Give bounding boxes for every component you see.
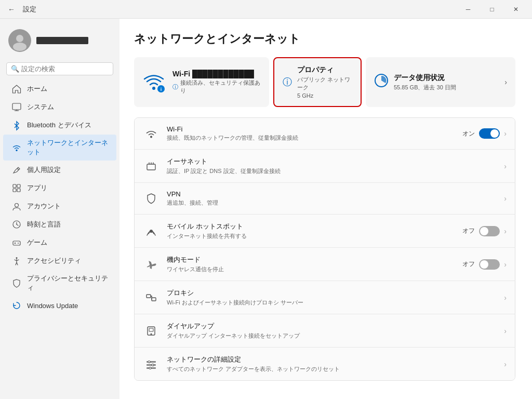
svg-point-42	[149, 367, 151, 369]
user-name	[36, 37, 88, 44]
setting-row-dialup[interactable]: ダイヤルアップダイヤルアップ インターネット接続をセットアップ›	[135, 314, 515, 348]
user-section	[0, 23, 119, 60]
restore-button[interactable]: □	[480, 0, 504, 19]
sidebar-item-label-gaming: ゲーム	[27, 238, 47, 247]
hotspot-right: オフ›	[462, 226, 507, 236]
setting-row-ethernet[interactable]: イーサネット認証、IP 設定と DNS 設定、従量制課金接続›	[135, 150, 515, 183]
wifi-status: ⓘ 接続済み、セキュリティ保護あり	[172, 79, 261, 95]
sidebar-item-gaming[interactable]: ゲーム	[3, 234, 116, 251]
vpn-text: VPN過追加、接続、管理	[167, 190, 497, 207]
sidebar-item-label-home: ホーム	[27, 84, 47, 94]
sidebar-item-personalization[interactable]: 個人用設定	[3, 161, 116, 179]
settings-list: Wi-Fi接続、既知のネットワークの管理、従量制課金接続オン›イーサネット認証、…	[134, 117, 515, 381]
svg-point-35	[151, 333, 152, 335]
property-card-title: プロパティ	[297, 65, 352, 75]
search-box[interactable]: 🔍	[6, 62, 113, 75]
hotspot-toggle-label: オフ	[462, 227, 475, 235]
minimize-button[interactable]: ─	[456, 0, 480, 19]
svg-point-5	[16, 150, 18, 151]
sidebar-item-home[interactable]: ホーム	[3, 80, 116, 98]
wifi-right: オン›	[462, 128, 507, 139]
advanced-chevron: ›	[504, 360, 507, 368]
airplane-chevron: ›	[504, 260, 507, 269]
proxy-icon	[143, 289, 159, 306]
data-usage-card[interactable]: データ使用状況 55.85 GB、過去 30 日間 ›	[366, 57, 515, 107]
gaming-nav-icon	[11, 237, 22, 248]
bluetooth-nav-icon	[11, 120, 22, 130]
sidebar-item-network[interactable]: ネットワークとインターネット	[3, 135, 116, 161]
property-card[interactable]: ⓘ プロパティ パブリック ネットワーク 5 GHz	[273, 57, 362, 107]
svg-point-41	[152, 364, 154, 366]
data-usage-icon	[374, 73, 389, 91]
setting-row-hotspot[interactable]: モバイル ホットスポットインターネット接続を共有するオフ›	[135, 215, 515, 248]
window-title: 設定	[23, 5, 36, 14]
dialup-title: ダイヤルアップ	[167, 322, 497, 331]
wifi-toggle-label: オン	[462, 129, 475, 138]
sidebar-item-label-accessibility: アクセシビリティ	[27, 256, 81, 265]
settings-window: ← 設定 ─ □ ✕ �	[0, 0, 532, 399]
setting-row-proxy[interactable]: プロキシWi-Fi およびイーサネット接続向けプロキシ サーバー›	[135, 281, 515, 314]
window-controls: ─ □ ✕	[456, 0, 528, 19]
nav-items-container: ホームシステムBluetooth とデバイスネットワークとインターネット個人用設…	[0, 79, 119, 315]
data-usage-chevron: ›	[504, 78, 507, 86]
dialup-text: ダイヤルアップダイヤルアップ インターネット接続をセットアップ	[167, 322, 497, 340]
sidebar-item-accessibility[interactable]: アクセシビリティ	[3, 252, 116, 270]
svg-point-0	[16, 35, 23, 42]
svg-rect-25	[147, 164, 155, 170]
sidebar-item-privacy[interactable]: プライバシーとセキュリティ	[3, 270, 116, 296]
setting-row-vpn[interactable]: VPN過追加、接続、管理›	[135, 183, 515, 215]
hotspot-title: モバイル ホットスポット	[167, 222, 455, 231]
dialup-desc: ダイヤルアップ インターネット接続をセットアップ	[167, 332, 497, 340]
wifi-icon: i	[142, 72, 165, 92]
wifi-toggle[interactable]	[479, 128, 500, 139]
back-button[interactable]: ←	[4, 2, 19, 17]
vpn-icon	[143, 190, 159, 207]
airplane-title: 機内モード	[167, 255, 455, 264]
svg-line-6	[17, 168, 19, 170]
wifi-icon	[143, 125, 159, 142]
sidebar-item-label-network: ネットワークとインターネット	[27, 138, 108, 157]
sidebar-item-apps[interactable]: アプリ	[3, 179, 116, 197]
sidebar-item-label-system: システム	[27, 102, 54, 112]
hotspot-icon	[143, 223, 159, 240]
airplane-toggle[interactable]	[479, 259, 500, 270]
advanced-icon	[143, 356, 159, 373]
svg-point-20	[152, 87, 155, 90]
network-nav-icon	[11, 142, 22, 153]
svg-rect-8	[17, 184, 20, 188]
wifi-title: Wi-Fi	[167, 125, 455, 133]
setting-row-wifi[interactable]: Wi-Fi接続、既知のネットワークの管理、従量制課金接続オン›	[135, 118, 515, 150]
sidebar-item-bluetooth[interactable]: Bluetooth とデバイス	[3, 116, 116, 134]
search-input[interactable]	[21, 65, 109, 73]
setting-row-airplane[interactable]: 機内モードワイヤレス通信を停止オフ›	[135, 248, 515, 281]
apps-nav-icon	[11, 183, 22, 193]
property-card-info: プロパティ パブリック ネットワーク 5 GHz	[297, 65, 352, 99]
airplane-right: オフ›	[462, 259, 507, 270]
sidebar-item-accounts[interactable]: アカウント	[3, 197, 116, 215]
hotspot-toggle[interactable]	[479, 226, 500, 236]
svg-point-19	[16, 257, 18, 259]
close-button[interactable]: ✕	[504, 0, 528, 19]
svg-line-14	[17, 224, 18, 225]
svg-rect-30	[147, 295, 151, 298]
advanced-right: ›	[504, 360, 507, 368]
sidebar-item-windows_update[interactable]: Windows Update	[3, 297, 116, 314]
svg-rect-38	[147, 364, 156, 366]
ethernet-text: イーサネット認証、IP 設定と DNS 設定、従量制課金接続	[167, 157, 497, 175]
hotspot-desc: インターネット接続を共有する	[167, 232, 455, 240]
setting-row-advanced[interactable]: ネットワークの詳細設定すべてのネットワーク アダプターを表示、ネットワークのリセ…	[135, 348, 515, 380]
ethernet-chevron: ›	[504, 162, 507, 170]
dialup-right: ›	[504, 327, 507, 335]
property-icon: ⓘ	[283, 76, 292, 88]
proxy-chevron: ›	[504, 294, 507, 302]
proxy-desc: Wi-Fi およびイーサネット接続向けプロキシ サーバー	[167, 299, 497, 307]
main-content: 🔍 ホームシステムBluetooth とデバイスネットワークとインターネット個人…	[0, 19, 532, 399]
sidebar-item-system[interactable]: システム	[3, 98, 116, 116]
hotspot-chevron: ›	[504, 227, 507, 235]
sidebar-item-time[interactable]: 時刻と言語	[3, 216, 116, 233]
windows_update-nav-icon	[11, 300, 22, 311]
ethernet-desc: 認証、IP 設定と DNS 設定、従量制課金接続	[167, 167, 497, 175]
wifi-desc: 接続、既知のネットワークの管理、従量制課金接続	[167, 134, 455, 142]
svg-point-40	[148, 361, 150, 363]
data-usage-sub: 55.85 GB、過去 30 日間	[394, 84, 499, 91]
